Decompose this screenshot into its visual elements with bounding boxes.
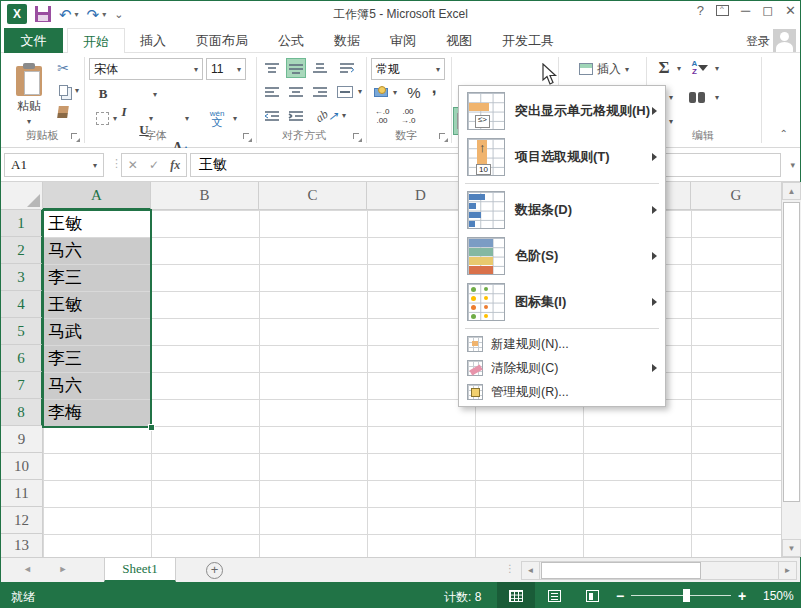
column-header-C[interactable]: C [259, 182, 367, 210]
merge-dropdown-icon[interactable]: ▾ [358, 87, 362, 96]
font-dialog-launcher-icon[interactable] [243, 133, 252, 142]
fill-handle[interactable] [148, 424, 155, 431]
menu-item-clear-rules[interactable]: 清除规则(C) [459, 356, 665, 380]
zoom-slider[interactable] [631, 595, 731, 596]
orientation-icon[interactable]: ab↗ [316, 106, 338, 126]
new-sheet-icon[interactable]: + [206, 562, 223, 579]
user-avatar[interactable] [773, 29, 796, 52]
italic-button[interactable]: I [117, 103, 131, 121]
sign-in-link[interactable]: 登录 [746, 33, 770, 50]
clear-dropdown-icon[interactable]: ▾ [669, 117, 673, 126]
menu-item-new-rule[interactable]: 新建规则(N)... [459, 332, 665, 356]
tab-home[interactable]: 开始 [67, 28, 125, 54]
row-header-9[interactable]: 9 [1, 426, 43, 453]
number-dialog-launcher-icon[interactable] [439, 133, 448, 142]
zoom-level[interactable]: 150% [763, 589, 794, 603]
insert-function-icon[interactable]: fx [170, 158, 180, 173]
menu-item-highlight-cells-rules[interactable]: ≤> 突出显示单元格规则(H) [459, 88, 665, 134]
decrease-indent-icon[interactable] [262, 106, 282, 126]
borders-dropdown-icon[interactable]: ▾ [113, 114, 117, 123]
accounting-dropdown-icon[interactable]: ▾ [393, 88, 397, 97]
tab-review[interactable]: 审阅 [375, 28, 431, 53]
horizontal-scrollbar[interactable]: ◄ ► [521, 561, 797, 580]
page-break-view-button[interactable] [573, 582, 611, 608]
borders-icon[interactable] [93, 109, 111, 127]
row-header-3[interactable]: 3 [1, 264, 43, 291]
row-header-13[interactable]: 13 [1, 534, 43, 557]
copy-dropdown-icon[interactable]: ▾ [75, 86, 79, 95]
row-header-5[interactable]: 5 [1, 318, 43, 345]
tab-insert[interactable]: 插入 [125, 28, 181, 53]
cancel-icon[interactable]: ✕ [128, 158, 138, 172]
alignment-dialog-launcher-icon[interactable] [353, 133, 362, 142]
tab-data[interactable]: 数据 [319, 28, 375, 53]
row-header-7[interactable]: 7 [1, 372, 43, 399]
row-header-6[interactable]: 6 [1, 345, 43, 372]
menu-item-color-scales[interactable]: 色阶(S) [459, 233, 665, 279]
fill-color-dropdown-icon[interactable]: ▾ [149, 114, 153, 123]
phonetic-guide-icon[interactable]: wén 文 [205, 107, 229, 129]
collapse-ribbon-icon[interactable]: ⌃ [780, 128, 788, 139]
row-header-1[interactable]: 1 [1, 210, 43, 237]
find-select-icon[interactable] [686, 86, 708, 108]
vertical-scrollbar[interactable]: ▲ ▼ [781, 182, 801, 557]
font-size-combobox[interactable]: 11▾ [206, 58, 246, 80]
top-align-icon[interactable] [262, 58, 282, 78]
enter-icon[interactable]: ✓ [149, 158, 159, 172]
phonetic-dropdown-icon[interactable]: ▾ [233, 114, 237, 123]
font-color-dropdown-icon[interactable]: ▾ [185, 114, 189, 123]
row-header-2[interactable]: 2 [1, 237, 43, 264]
zoom-in-icon[interactable]: + [735, 588, 749, 604]
font-name-combobox[interactable]: 宋体▾ [89, 58, 203, 80]
horizontal-scroll-thumb[interactable] [541, 562, 701, 579]
zoom-out-icon[interactable]: − [613, 588, 627, 604]
underline-dropdown-icon[interactable]: ▾ [153, 90, 157, 99]
accounting-format-icon[interactable] [371, 83, 391, 101]
format-painter-icon[interactable] [53, 103, 73, 121]
number-format-combobox[interactable]: 常规▾ [371, 58, 445, 80]
clipboard-dialog-launcher-icon[interactable] [71, 133, 80, 142]
align-right-icon[interactable] [310, 82, 330, 102]
column-header-B[interactable]: B [151, 182, 259, 210]
column-header-G[interactable]: G [691, 182, 781, 210]
autosum-dropdown-icon[interactable]: ▾ [677, 64, 681, 73]
tab-file[interactable]: 文件 [4, 28, 63, 53]
paste-button[interactable]: 粘贴 ▾ [9, 57, 49, 135]
column-header-A[interactable]: A [43, 182, 151, 210]
scroll-up-icon[interactable]: ▲ [782, 182, 801, 200]
wrap-text-icon[interactable] [336, 58, 358, 78]
zoom-slider-thumb[interactable] [683, 589, 690, 602]
tab-formulas[interactable]: 公式 [263, 28, 319, 53]
scroll-left-icon[interactable]: ◄ [522, 562, 540, 579]
row-header-4[interactable]: 4 [1, 291, 43, 318]
merge-center-icon[interactable] [334, 82, 356, 102]
row-header-8[interactable]: 8 [1, 399, 43, 426]
sort-filter-icon[interactable]: AZ [689, 57, 711, 79]
find-select-dropdown-icon[interactable]: ▾ [715, 93, 719, 102]
menu-item-manage-rules[interactable]: 管理规则(R)... [459, 380, 665, 404]
tab-page-layout[interactable]: 页面布局 [181, 28, 263, 53]
row-header-12[interactable]: 12 [1, 507, 43, 534]
vertical-scroll-thumb[interactable] [783, 202, 800, 502]
menu-item-icon-sets[interactable]: 图标集(I) [459, 279, 665, 325]
decrease-decimal-icon[interactable]: .00→.0 [397, 105, 419, 127]
insert-cells-button[interactable]: 插入 ▾ [567, 58, 641, 80]
expand-formula-bar-icon[interactable]: ▾ [790, 160, 795, 170]
bold-button[interactable]: B [95, 85, 111, 103]
autosum-icon[interactable]: Σ [653, 57, 675, 79]
tabbar-splitter[interactable]: ⋮ [505, 563, 515, 574]
sheet-tab-sheet1[interactable]: Sheet1 [104, 558, 176, 582]
row-header-10[interactable]: 10 [1, 453, 43, 480]
select-all-corner[interactable] [1, 182, 43, 210]
align-left-icon[interactable] [262, 82, 282, 102]
menu-item-data-bars[interactable]: 数据条(D) [459, 187, 665, 233]
minimize-icon[interactable]: ─ [741, 3, 750, 18]
page-layout-view-button[interactable] [535, 582, 573, 608]
copy-icon[interactable] [53, 81, 73, 99]
increase-indent-icon[interactable] [286, 106, 306, 126]
ribbon-display-options-icon[interactable] [716, 5, 729, 16]
maximize-icon[interactable]: ◻ [762, 3, 773, 18]
cut-icon[interactable]: ✂ [53, 59, 73, 77]
help-icon[interactable]: ? [697, 3, 704, 18]
sheet-nav-arrows[interactable]: ◄ ► [23, 564, 79, 574]
